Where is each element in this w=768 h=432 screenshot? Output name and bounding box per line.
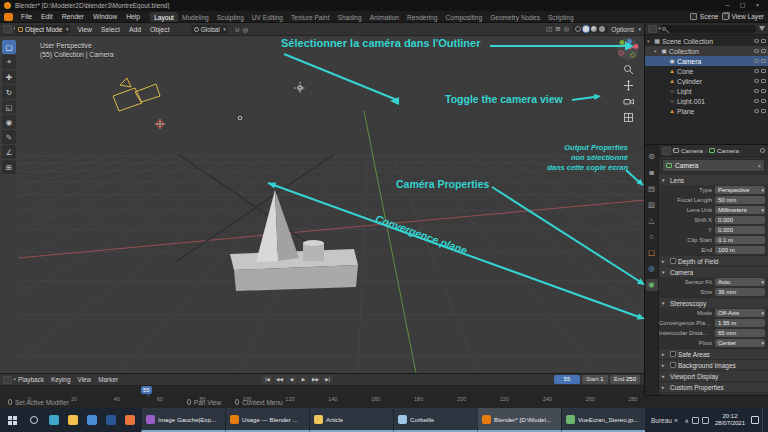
outliner-item[interactable]: Cone [645,66,768,76]
network-icon[interactable] [692,417,699,424]
scene-selector[interactable]: Scene [700,13,719,20]
notification-center-icon[interactable] [751,416,759,424]
camera-object[interactable] [113,78,160,111]
pin-icon[interactable] [760,148,765,153]
show-overlays-icon[interactable]: ⊞ [555,25,560,33]
clip-end-field[interactable]: 100 m [715,246,765,254]
shift-x-field[interactable]: 0.000 [715,216,765,224]
workspace-tab[interactable]: Animation [366,12,403,22]
workspace-tab[interactable]: Sculpting [213,12,248,22]
type-dropdown[interactable]: Perspective [715,186,765,194]
outliner-item[interactable]: Light [645,86,768,96]
properties-tab[interactable] [646,151,658,163]
workspace-tab[interactable]: Compositing [441,12,486,22]
play-button[interactable]: ▶ [298,375,309,384]
stereo-mode-dropdown[interactable]: Off-Axis [715,309,765,317]
pinned-app-icon[interactable] [120,408,139,432]
view-layer-selector[interactable]: View Layer [732,13,765,20]
next-keyframe-button[interactable]: ▶▶ [310,375,321,384]
camera-section-header[interactable]: Camera [659,266,768,277]
interocular-distance-field[interactable]: 65 mm [715,329,765,337]
rotate-tool[interactable]: ↻ [2,85,16,99]
unlink-icon[interactable]: × [757,163,761,169]
hide-in-viewport-icon[interactable] [754,69,759,73]
taskbar-window-button[interactable]: Corbeille [393,408,477,432]
zoom-icon[interactable] [622,63,635,76]
taskbar-window-button[interactable]: Usage — Blender ... [225,408,309,432]
current-frame-field[interactable]: 55 [554,375,580,384]
previous-keyframe-button[interactable]: ◀◀ [274,375,285,384]
hide-in-viewport-icon[interactable] [754,59,759,63]
sensor-fit-dropdown[interactable]: Auto [715,278,765,286]
pinned-app-icon[interactable] [44,408,63,432]
editor-type-icon[interactable] [662,147,671,155]
stereoscopy-section-header[interactable]: Stereoscopy [659,297,768,308]
pinned-app-icon[interactable] [63,408,82,432]
hide-in-viewport-icon[interactable] [754,49,759,53]
outliner-item[interactable]: Camera [645,56,768,66]
sensor-size-field[interactable]: 36 mm [715,288,765,296]
timeline-menu[interactable]: Keying [48,375,74,384]
editor-type-icon[interactable] [3,376,12,384]
menu-item[interactable]: Edit [37,12,57,21]
search-button[interactable] [24,408,44,432]
hide-in-viewport-icon[interactable] [754,89,759,93]
timeline-ruler[interactable]: 020406080100120140160180200220240260280 … [0,386,644,396]
properties-tab[interactable] [646,279,658,291]
window-titlebar[interactable]: Blender* [D:\Modeler2D\blender3\MontreEg… [0,0,768,11]
play-reverse-button[interactable]: ◀ [286,375,297,384]
timeline-menu[interactable]: Marker [95,375,121,384]
3d-viewport[interactable]: ▢ ⌖ ✚ ↻ [0,36,644,373]
disable-in-renders-icon[interactable] [761,59,766,63]
properties-tab[interactable] [646,215,658,227]
ortho-toggle-icon[interactable] [622,111,635,124]
viewport-menu[interactable]: Select [97,25,124,34]
workspace-tab[interactable]: Rendering [403,12,441,22]
menu-item[interactable]: Help [122,12,144,21]
properties-tab[interactable] [646,263,658,275]
annotate-tool[interactable]: ✎ [2,130,16,144]
lens-section-header[interactable]: Lens [659,174,768,185]
filter-icon[interactable] [759,26,765,31]
disable-in-renders-icon[interactable] [761,49,766,53]
outliner-search-input[interactable] [660,25,756,33]
move-tool[interactable]: ✚ [2,70,16,84]
light-object[interactable] [294,82,306,94]
breadcrumb-data[interactable]: Camera [717,147,739,154]
outliner-item[interactable]: ▾ Collection [645,46,768,56]
focal-length-field[interactable]: 50 mm [715,196,765,204]
show-gizmo-icon[interactable]: ◫ [546,25,552,33]
properties-tab[interactable] [646,247,658,259]
move-view-icon[interactable] [622,79,635,92]
pivot-dropdown[interactable]: Center [715,339,765,347]
timeline-playhead[interactable]: 55 [148,386,149,396]
maximize-button[interactable]: ▢ [736,1,749,10]
taskbar-window-button[interactable]: Article [309,408,393,432]
jump-to-end-button[interactable]: ▶| [322,375,333,384]
frame-start-field[interactable]: Start 1 [582,375,608,384]
outliner-item[interactable]: Light.001 [645,96,768,106]
editor-type-icon[interactable] [3,25,12,33]
select-box-tool[interactable]: ▢ [2,40,16,54]
camera-view-toggle-icon[interactable] [622,95,635,108]
navigation-gizmo[interactable] [617,38,639,60]
workspace-tab[interactable]: Geometry Nodes [486,12,544,22]
hide-in-viewport-icon[interactable] [754,79,759,83]
collapsed-section-header[interactable]: Safe Areas [659,348,768,359]
timeline-menu[interactable]: View [74,375,94,384]
workspace-tab[interactable]: Scripting [544,12,578,22]
properties-tab[interactable] [646,199,658,211]
light-object-2[interactable] [238,116,242,120]
clip-start-field[interactable]: 0.1 m [715,236,765,244]
shift-y-field[interactable]: 0.000 [715,226,765,234]
hide-in-viewport-icon[interactable] [754,109,759,113]
collapsed-section-header[interactable]: Viewport Display [659,370,768,381]
taskbar-window-button[interactable]: VueEcran_Stereo.jp... [561,408,645,432]
properties-tab[interactable] [646,167,658,179]
desktop-toolbar[interactable]: Bureau » [647,417,682,424]
tray-expand-icon[interactable]: ∧ [685,417,689,424]
measure-tool[interactable]: ∠ [2,145,16,159]
viewport-menu[interactable]: View [73,25,96,34]
timeline-menu[interactable]: Playback [15,375,47,384]
camera-name-field[interactable]: Camera × [662,159,765,172]
